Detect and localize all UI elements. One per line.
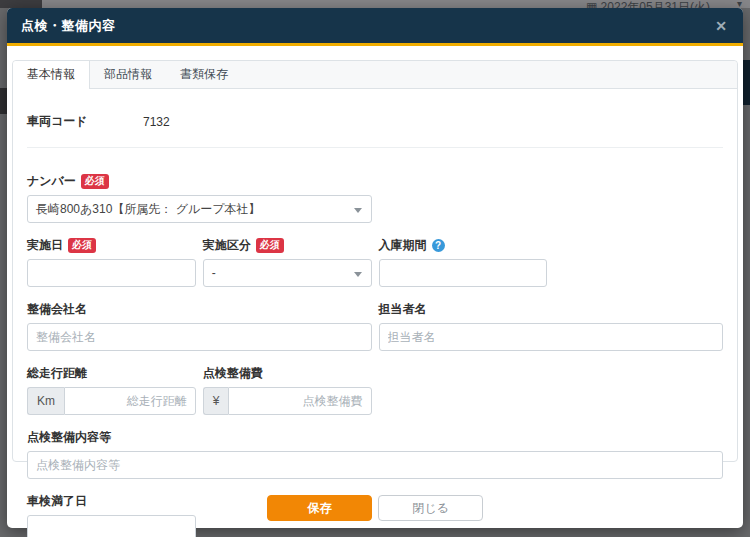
required-badge: 必須	[256, 238, 284, 253]
tab-bar: 基本情報 部品情報 書類保存	[13, 61, 737, 89]
chevron-down-icon	[354, 272, 362, 277]
storage-period-label: 入庫期間	[379, 237, 427, 254]
tab-card: 基本情報 部品情報 書類保存 車両コード 7132 ナンバー 必須 長崎800あ…	[12, 60, 738, 462]
total-mileage-label: 総走行距離	[27, 365, 87, 382]
backdrop-dark-corner	[0, 0, 42, 8]
implementation-category-label: 実施区分	[203, 237, 251, 254]
inspection-details-input[interactable]	[27, 451, 723, 479]
modal-header: 点検・整備内容 ✕	[7, 8, 743, 46]
expiry-date-input[interactable]	[27, 515, 196, 537]
vehicle-code-label: 車両コード	[27, 113, 127, 130]
required-badge: 必須	[81, 174, 109, 189]
save-button[interactable]: 保存	[267, 495, 372, 521]
basic-info-panel: 車両コード 7132 ナンバー 必須 長崎800あ310【所属先： グループ本社…	[13, 89, 737, 537]
vehicle-code-row: 車両コード 7132	[27, 113, 723, 148]
total-mileage-input[interactable]	[64, 387, 196, 415]
required-badge: 必須	[68, 238, 96, 253]
chevron-down-icon: ▾	[737, 0, 742, 8]
storage-period-input[interactable]	[379, 259, 548, 287]
inspection-cost-field: 点検整備費 ¥	[203, 365, 372, 415]
number-label: ナンバー	[27, 173, 76, 190]
tab-basic-info[interactable]: 基本情報	[13, 61, 90, 89]
backdrop-date-text: ▦ 2022年05月31日(火)	[586, 0, 710, 8]
implementation-date-input[interactable]	[27, 259, 196, 287]
implementation-category-value: -	[212, 266, 216, 280]
close-button[interactable]: 閉じる	[378, 495, 483, 521]
storage-period-field: 入庫期間 ?	[379, 237, 548, 287]
tab-parts-info[interactable]: 部品情報	[90, 61, 166, 88]
number-select[interactable]: 長崎800あ310【所属先： グループ本社】	[27, 195, 372, 223]
maintenance-company-label: 整備会社名	[27, 301, 87, 318]
implementation-date-field: 実施日 必須	[27, 237, 196, 287]
total-mileage-field: 総走行距離 Km	[27, 365, 196, 415]
inspection-maintenance-modal: 点検・整備内容 ✕ 基本情報 部品情報 書類保存 車両コード 7132 ナンバー…	[7, 8, 743, 528]
staff-name-input[interactable]	[379, 323, 724, 351]
maintenance-company-input[interactable]	[27, 323, 372, 351]
backdrop-left-block	[0, 88, 7, 114]
number-field: ナンバー 必須 長崎800あ310【所属先： グループ本社】	[27, 173, 372, 223]
mileage-unit-addon: Km	[27, 387, 64, 415]
inspection-cost-label: 点検整備費	[203, 365, 263, 382]
close-icon[interactable]: ✕	[713, 17, 729, 35]
implementation-category-select[interactable]: -	[203, 259, 372, 287]
cost-unit-addon: ¥	[203, 387, 229, 415]
calendar-icon: ▦	[586, 0, 597, 8]
implementation-category-field: 実施区分 必須 -	[203, 237, 372, 287]
backdrop-top-strip: ▦ 2022年05月31日(火) ▾	[0, 0, 750, 8]
chevron-down-icon	[354, 208, 362, 213]
inspection-cost-input[interactable]	[228, 387, 371, 415]
help-icon[interactable]: ?	[432, 239, 445, 252]
number-select-value: 長崎800あ310【所属先： グループ本社】	[36, 201, 261, 218]
backdrop-right-block	[743, 60, 750, 105]
inspection-details-label: 点検整備内容等	[27, 429, 111, 446]
modal-title: 点検・整備内容	[21, 17, 116, 35]
implementation-date-label: 実施日	[27, 237, 63, 254]
staff-name-label: 担当者名	[379, 301, 427, 318]
maintenance-company-field: 整備会社名	[27, 301, 372, 351]
expiry-date-field: 車検満了日	[27, 493, 196, 537]
tab-document-save[interactable]: 書類保存	[166, 61, 242, 88]
expiry-date-label: 車検満了日	[27, 493, 87, 510]
inspection-details-field: 点検整備内容等	[27, 429, 723, 479]
vehicle-code-value: 7132	[143, 115, 170, 129]
staff-name-field: 担当者名	[379, 301, 724, 351]
